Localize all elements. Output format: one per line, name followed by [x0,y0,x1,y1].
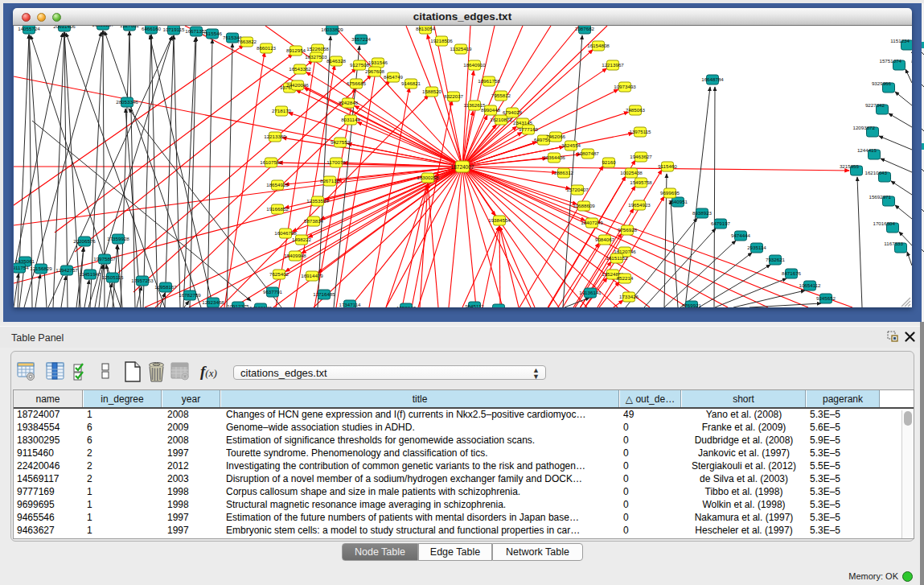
svg-text:10973493: 10973493 [614,84,636,89]
svg-text:9699695: 9699695 [660,190,680,196]
svg-text:18327503: 18327503 [305,54,327,60]
svg-text:8769921: 8769921 [682,303,702,307]
svg-text:8660123: 8660123 [257,45,277,51]
svg-text:9115460: 9115460 [658,163,677,169]
svg-text:1498222: 1498222 [292,237,312,242]
svg-text:9474444: 9474444 [731,233,751,238]
svg-text:16154808: 16154808 [587,43,610,48]
svg-text:18407249: 18407249 [581,220,603,225]
svg-text:18724007: 18724007 [451,164,474,170]
svg-text:6794028: 6794028 [503,109,523,115]
svg-text:3624554: 3624554 [561,142,581,148]
svg-text:12156829: 12156829 [30,266,52,271]
svg-text:11451947: 11451947 [79,271,101,277]
svg-text:10912375: 10912375 [227,303,249,307]
svg-text:19463627: 19463627 [630,154,652,159]
svg-text:14136142: 14136142 [249,305,272,307]
svg-text:17957253: 17957253 [131,278,154,283]
svg-text:15495758: 15495758 [630,179,652,185]
svg-text:24420046: 24420046 [286,82,309,88]
svg-text:10807487: 10807487 [577,150,599,156]
svg-text:1588520: 1588520 [422,89,442,94]
svg-text:1244415: 1244415 [857,147,877,153]
svg-text:18640910: 18640910 [463,62,486,68]
svg-text:15409948: 15409948 [284,253,306,258]
svg-text:9146821: 9146821 [401,80,421,86]
svg-text:8813054: 8813054 [416,26,436,31]
svg-text:17359928: 17359928 [107,236,129,241]
svg-text:17016504: 17016504 [873,220,895,226]
svg-text:8242848: 8242848 [339,100,359,105]
svg-text:20691406: 20691406 [53,26,76,29]
svg-text:9127508: 9127508 [350,62,370,68]
svg-text:20206576: 20206576 [73,238,96,244]
svg-text:19654923: 19654923 [628,202,651,208]
svg-text:7663822: 7663822 [237,39,257,44]
svg-text:8912954: 8912954 [286,47,306,53]
svg-text:6466160: 6466160 [142,26,162,31]
svg-text:92160: 92160 [602,159,616,165]
svg-text:8990448: 8990448 [481,107,501,113]
svg-text:1292347: 1292347 [396,305,417,307]
svg-text:10653257: 10653257 [92,26,114,27]
svg-text:14136141: 14136141 [579,290,602,295]
svg-text:12093872: 12093872 [852,125,875,130]
svg-text:7485063: 7485063 [626,107,646,113]
svg-text:12213369: 12213369 [264,134,286,139]
svg-text:12942757: 12942757 [55,267,78,273]
svg-text:12505115: 12505115 [101,274,124,280]
svg-text:11325419: 11325419 [450,46,472,51]
svg-text:15692971: 15692971 [869,194,891,200]
svg-text:7955812: 7955812 [491,93,511,98]
svg-text:10719115: 10719115 [162,27,185,32]
svg-text:16046788: 16046788 [274,230,297,236]
svg-text:8322037: 8322037 [444,93,464,99]
svg-text:3557224: 3557224 [351,36,372,42]
svg-text:9756928: 9756928 [618,227,638,233]
svg-text:5873834: 5873834 [304,218,324,224]
svg-text:7625402: 7625402 [269,271,290,277]
svg-text:18300295: 18300295 [417,175,439,180]
svg-text:10025438: 10025438 [620,170,643,175]
svg-text:9227342: 9227342 [865,102,885,108]
svg-text:17347114: 17347114 [339,302,361,307]
svg-text:19975867: 19975867 [93,256,116,262]
svg-text:2935114: 2935114 [747,245,766,250]
svg-text:852214: 852214 [617,275,634,281]
svg-text:9427552: 9427552 [331,139,351,145]
svg-text:13716485: 13716485 [313,291,335,297]
svg-text:8454749: 8454749 [384,74,404,80]
svg-text:1151234: 1151234 [890,38,910,43]
svg-text:7462066: 7462066 [546,134,566,139]
svg-text:16782759: 16782759 [179,292,201,298]
svg-text:8471676: 8471676 [782,270,802,276]
svg-text:8031144: 8031144 [341,117,360,122]
svg-text:16107562: 16107562 [260,159,282,165]
svg-text:10688609: 10688609 [573,203,595,208]
svg-text:1640951: 1640951 [668,199,688,204]
svg-text:9637791: 9637791 [263,289,283,295]
svg-text:7932621: 7932621 [766,257,786,262]
svg-text:10654112: 10654112 [799,282,821,288]
svg-text:12353594: 12353594 [306,198,329,204]
svg-text:9777169: 9777169 [519,126,539,132]
svg-text:1170076: 1170076 [326,159,346,165]
svg-text:16210643: 16210643 [864,170,887,175]
svg-text:20364436: 20364436 [543,154,565,160]
svg-text:15226058: 15226058 [306,46,329,51]
svg-text:8267130: 8267130 [320,178,340,183]
svg-text:2087682: 2087682 [575,26,595,31]
svg-text:28053346: 28053346 [116,99,138,105]
svg-text:10958167: 10958167 [154,284,177,290]
svg-text:7515546: 7515546 [203,31,223,36]
svg-text:9845112: 9845112 [465,303,484,307]
svg-text:1527602: 1527602 [120,26,140,28]
svg-text:16151152: 16151152 [606,255,628,261]
svg-text:12923468: 12923468 [202,299,224,305]
svg-text:9084067: 9084067 [595,237,615,242]
svg-text:1167533: 1167533 [884,241,903,246]
svg-text:12213967: 12213967 [602,62,624,68]
svg-text:6479197: 6479197 [711,220,731,226]
svg-text:8146328: 8146328 [326,58,347,64]
svg-text:1931546: 1931546 [368,60,388,65]
